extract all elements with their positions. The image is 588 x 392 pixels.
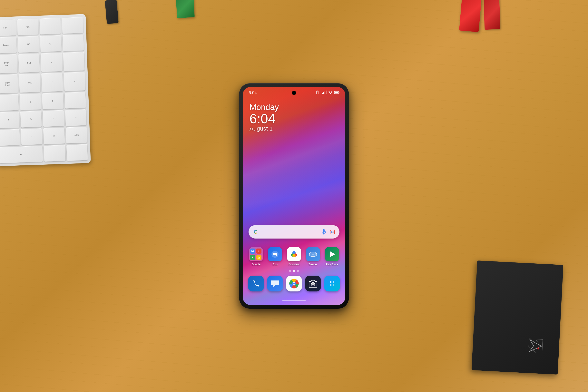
date-month-label: August 1 [250, 125, 279, 132]
duo-app-icon[interactable] [268, 247, 282, 261]
assistant-app-item[interactable]: Assistant [287, 247, 301, 266]
phone-body: 6:04 [239, 83, 349, 309]
google-folder-icon[interactable] [249, 247, 263, 261]
phone-dialer-icon[interactable] [248, 276, 264, 292]
key-dot[interactable]: . [44, 145, 65, 162]
key-8[interactable]: 8 [20, 94, 41, 110]
key-home[interactable]: home [0, 37, 17, 54]
youtube-mini-icon [256, 248, 262, 254]
key-asterisk[interactable]: * [64, 72, 85, 91]
date-day-label: Monday [250, 102, 279, 112]
playstore-app-icon[interactable] [325, 247, 339, 261]
camera-search-icon[interactable] [329, 229, 336, 235]
svg-point-34 [293, 283, 295, 284]
gmail-mini-icon [250, 248, 255, 254]
svg-marker-17 [258, 256, 260, 258]
drive-mini-icon [256, 255, 262, 260]
wifi-icon [328, 90, 333, 95]
key-6[interactable]: 6 [43, 110, 64, 127]
phone-screen[interactable]: 6:04 [243, 87, 345, 305]
key-pageup[interactable]: pageup [0, 54, 17, 74]
key-empty4 [63, 52, 85, 71]
key-plus[interactable]: + [65, 109, 86, 126]
notebook [472, 260, 564, 374]
date-time-widget: Monday 6:04 August 1 [250, 102, 279, 132]
background-object-red-2 [484, 0, 500, 30]
svg-rect-10 [323, 229, 324, 233]
chrome-icon[interactable] [286, 276, 302, 292]
app-row: Google Duo [246, 247, 342, 266]
page-indicator-dots [289, 270, 299, 272]
key-f14[interactable]: F14 [0, 20, 16, 36]
svg-rect-38 [330, 281, 332, 283]
svg-marker-29 [330, 251, 335, 257]
games-app-label: Games [308, 263, 317, 266]
key-slash[interactable]: / [41, 73, 63, 92]
games-app-icon[interactable] [306, 247, 320, 261]
svg-rect-2 [317, 92, 318, 92]
key-equals[interactable]: = [40, 53, 62, 72]
svg-rect-9 [335, 92, 338, 93]
key-0[interactable]: 0 [0, 146, 43, 163]
key-f18[interactable]: F18 [18, 54, 40, 73]
messages-icon[interactable] [267, 276, 283, 292]
google-g-icon: G [252, 229, 259, 235]
key-pagedown[interactable]: pagedown [0, 74, 18, 94]
camera-app-icon[interactable] [305, 276, 321, 292]
key-empty5 [66, 144, 88, 161]
svg-rect-1 [316, 91, 318, 94]
page-dot-2[interactable] [293, 270, 295, 272]
assistant-app-icon[interactable] [287, 247, 301, 261]
svg-point-28 [316, 254, 316, 255]
keyboard: F14 F15 home F16 F17 pageup F18 = pagedo… [0, 14, 91, 166]
key-f19[interactable]: F19 [19, 74, 40, 93]
key-9[interactable]: 9 [42, 93, 64, 109]
bottom-nav-bar [246, 276, 342, 292]
svg-rect-39 [332, 281, 334, 283]
key-f16[interactable]: F16 [18, 36, 39, 53]
google-search-bar[interactable]: G [248, 225, 340, 238]
key-2[interactable]: 2 [21, 128, 42, 145]
games-app-item[interactable]: Games [306, 247, 320, 266]
home-indicator[interactable] [282, 300, 306, 301]
key-7[interactable]: 7 [0, 94, 18, 111]
key-empty1 [40, 18, 61, 34]
duo-app-item[interactable]: Duo [268, 247, 282, 266]
svg-point-16 [252, 256, 253, 258]
sim-icon [316, 90, 321, 95]
key-3[interactable]: 3 [43, 128, 65, 144]
notebook-logo-icon [523, 334, 548, 358]
assistant-app-label: Assistant [288, 263, 300, 266]
svg-rect-8 [339, 92, 340, 93]
google-app-item[interactable]: Google [249, 247, 263, 266]
maps-mini-icon [250, 255, 255, 260]
svg-rect-5 [324, 91, 325, 94]
key-f15[interactable]: F15 [17, 18, 38, 35]
playstore-app-label: Play Store [326, 263, 338, 266]
duo-app-label: Duo [272, 263, 278, 266]
svg-point-13 [332, 232, 333, 232]
key-f17[interactable]: F17 [40, 35, 61, 52]
page-dot-3[interactable] [297, 270, 299, 272]
page-dot-1[interactable] [289, 270, 291, 272]
background-object-green [176, 0, 195, 18]
signal-icon [322, 90, 326, 95]
key-empty3 [62, 34, 84, 51]
key-1[interactable]: 1 [0, 129, 20, 146]
key-4[interactable]: 4 [0, 112, 19, 128]
oneplus-launcher-icon[interactable] [324, 276, 340, 292]
status-time: 6:04 [248, 90, 257, 95]
svg-rect-4 [324, 92, 324, 94]
svg-point-37 [328, 279, 336, 288]
voice-search-icon[interactable] [321, 229, 327, 235]
key-5[interactable]: 5 [20, 111, 42, 128]
svg-point-22 [292, 254, 296, 257]
key-minus[interactable]: − [64, 92, 86, 108]
key-enter[interactable]: enter [66, 127, 87, 144]
svg-point-36 [312, 283, 314, 285]
key-empty2 [62, 17, 83, 34]
phone: 6:04 [239, 83, 349, 309]
svg-rect-41 [332, 284, 334, 286]
playstore-app-item[interactable]: Play Store [325, 247, 339, 266]
svg-rect-40 [330, 284, 332, 286]
